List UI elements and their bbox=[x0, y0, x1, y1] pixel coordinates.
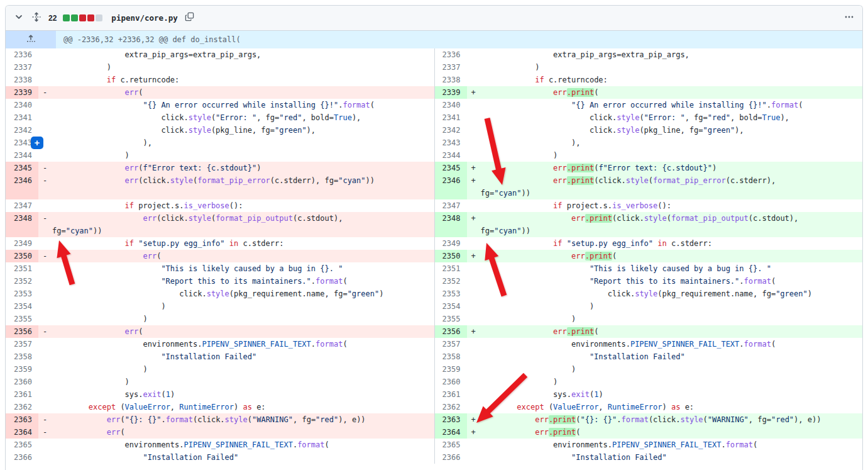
line-number-right[interactable]: 2344 bbox=[434, 149, 467, 162]
line-number-left[interactable]: 2336 bbox=[6, 48, 38, 61]
line-number-left[interactable]: 2341 bbox=[6, 111, 38, 124]
code-line: click.style(pkg_requirement.name, fg="gr… bbox=[52, 288, 395, 300]
code-cell-right: click.style("Error: ", fg="red", bold=Tr… bbox=[467, 111, 863, 124]
code-cell-right: click.style(pkg_line, fg="green"), bbox=[467, 124, 863, 137]
line-number-left[interactable]: 2366 bbox=[6, 451, 38, 464]
line-number-left[interactable]: 2362 bbox=[6, 401, 38, 413]
line-number-left[interactable]: 2349 bbox=[6, 237, 38, 250]
line-number-right[interactable]: 2362 bbox=[434, 401, 467, 413]
copy-path-button[interactable] bbox=[184, 13, 195, 24]
line-number-left[interactable]: 2340 bbox=[6, 99, 38, 111]
code-cell-left: click.style(pkg_line, fg="green"), bbox=[38, 124, 434, 137]
line-number-right[interactable]: 2348 bbox=[434, 212, 467, 237]
expand-hunk-button[interactable] bbox=[6, 31, 56, 48]
line-number-left[interactable]: 2356 bbox=[6, 325, 38, 338]
code-cell-left: ) bbox=[38, 376, 434, 388]
line-number-right[interactable]: 2340 bbox=[434, 99, 467, 111]
code-cell-left: ) bbox=[38, 300, 434, 313]
line-number-left[interactable]: 2363 bbox=[6, 413, 38, 426]
diff-row: 2344 )2344 ) bbox=[6, 149, 862, 162]
line-number-left[interactable]: 2365 bbox=[6, 439, 38, 451]
line-number-right[interactable]: 2363 bbox=[434, 413, 467, 426]
line-number-right[interactable]: 2349 bbox=[434, 237, 467, 250]
code-line: environments.PIPENV_SPINNER_FAIL_TEXT.fo… bbox=[481, 338, 823, 350]
line-number-right[interactable]: 2358 bbox=[434, 350, 467, 363]
line-number-left[interactable]: 2337 bbox=[6, 61, 38, 74]
line-number-right[interactable]: 2336 bbox=[434, 48, 467, 61]
diff-marker: - bbox=[38, 325, 52, 338]
code-cell-right: + err.print(click.style(format_pip_error… bbox=[467, 174, 863, 199]
code-line: "Installation Failed" bbox=[52, 451, 395, 464]
line-number-left[interactable]: 2352 bbox=[6, 275, 38, 288]
line-number-right[interactable]: 2339 bbox=[434, 86, 467, 99]
fold-up-icon bbox=[26, 33, 36, 46]
code-cell-left: ) bbox=[38, 149, 434, 162]
line-number-left[interactable]: 2351 bbox=[6, 262, 38, 275]
diff-marker: - bbox=[38, 162, 52, 174]
line-number-right[interactable]: 2352 bbox=[434, 275, 467, 288]
line-number-left[interactable]: 2357 bbox=[6, 338, 38, 350]
line-number-right[interactable]: 2343 bbox=[434, 137, 467, 149]
line-number-right[interactable]: 2357 bbox=[434, 338, 467, 350]
code-cell-right: + err.print("{}: {}".format(click.style(… bbox=[467, 413, 863, 426]
diff-row: 2358 "Installation Failed"2358 "Installa… bbox=[6, 350, 862, 363]
file-options-button[interactable] bbox=[843, 13, 855, 24]
code-cell-left: except (ValueError, RuntimeError) as e: bbox=[38, 401, 434, 413]
line-number-right[interactable]: 2346 bbox=[434, 174, 467, 199]
diff-row: 2342 click.style(pkg_line, fg="green"),2… bbox=[6, 124, 862, 137]
changes-count: 22 bbox=[48, 14, 57, 23]
line-number-left[interactable]: 2342 bbox=[6, 124, 38, 137]
line-number-right[interactable]: 2364 bbox=[434, 426, 467, 439]
hunk-header-row: @@ -2336,32 +2336,32 @@ def do_install( bbox=[6, 31, 862, 48]
add-line-comment-button[interactable]: + bbox=[31, 137, 43, 149]
line-number-right[interactable]: 2347 bbox=[434, 199, 467, 212]
line-number-right[interactable]: 2341 bbox=[434, 111, 467, 124]
line-number-left[interactable]: 2347 bbox=[6, 199, 38, 212]
diff-row: 2337 )2337 ) bbox=[6, 61, 862, 74]
line-number-right[interactable]: 2350 bbox=[434, 250, 467, 262]
line-number-left[interactable]: 2339 bbox=[6, 86, 38, 99]
line-number-right[interactable]: 2360 bbox=[434, 376, 467, 388]
code-line: err.print( bbox=[481, 325, 823, 338]
line-number-left[interactable]: 2344 bbox=[6, 149, 38, 162]
line-number-right[interactable]: 2354 bbox=[434, 300, 467, 313]
code-line: except (ValueError, RuntimeError) as e: bbox=[52, 401, 395, 413]
line-number-right[interactable]: 2356 bbox=[434, 325, 467, 338]
line-number-right[interactable]: 2351 bbox=[434, 262, 467, 275]
code-line: click.style(pkg_requirement.name, fg="gr… bbox=[481, 288, 823, 300]
line-number-right[interactable]: 2361 bbox=[434, 388, 467, 401]
line-number-right[interactable]: 2338 bbox=[434, 74, 467, 86]
line-number-left[interactable]: 2338 bbox=[6, 74, 38, 86]
line-number-left[interactable]: 2358 bbox=[6, 350, 38, 363]
diff-row: 2353 click.style(pkg_requirement.name, f… bbox=[6, 288, 862, 300]
code-cell-right: "Installation Failed" bbox=[467, 350, 863, 363]
collapse-file-button[interactable] bbox=[13, 13, 25, 24]
code-line: if c.returncode: bbox=[481, 74, 823, 86]
line-number-left[interactable]: 2361 bbox=[6, 388, 38, 401]
expand-all-toggle[interactable] bbox=[31, 13, 42, 24]
line-number-right[interactable]: 2337 bbox=[434, 61, 467, 74]
line-number-right[interactable]: 2355 bbox=[434, 313, 467, 325]
code-cell-right: "{} An error occurred while installing {… bbox=[467, 99, 863, 111]
line-number-right[interactable]: 2353 bbox=[434, 288, 467, 300]
diff-marker: + bbox=[467, 212, 481, 225]
line-number-left[interactable]: 2355 bbox=[6, 313, 38, 325]
line-number-right[interactable]: 2342 bbox=[434, 124, 467, 137]
line-number-right[interactable]: 2365 bbox=[434, 439, 467, 451]
line-number-left[interactable]: 2345 bbox=[6, 162, 38, 174]
line-number-left[interactable]: 2359 bbox=[6, 363, 38, 376]
code-line: ), bbox=[52, 137, 395, 149]
line-number-left[interactable]: 2364 bbox=[6, 426, 38, 439]
code-cell-right: except (ValueError, RuntimeError) as e: bbox=[467, 401, 863, 413]
line-number-left[interactable]: 2343+ bbox=[6, 137, 38, 149]
line-number-left[interactable]: 2360 bbox=[6, 376, 38, 388]
line-number-left[interactable]: 2353 bbox=[6, 288, 38, 300]
line-number-left[interactable]: 2346 bbox=[6, 174, 38, 199]
line-number-right[interactable]: 2366 bbox=[434, 451, 467, 464]
line-number-left[interactable]: 2348 bbox=[6, 212, 38, 237]
line-number-right[interactable]: 2359 bbox=[434, 363, 467, 376]
line-number-left[interactable]: 2350 bbox=[6, 250, 38, 262]
line-number-right[interactable]: 2345 bbox=[434, 162, 467, 174]
code-line: err.print(click.style(format_pip_error(c… bbox=[481, 174, 823, 199]
line-number-left[interactable]: 2354 bbox=[6, 300, 38, 313]
